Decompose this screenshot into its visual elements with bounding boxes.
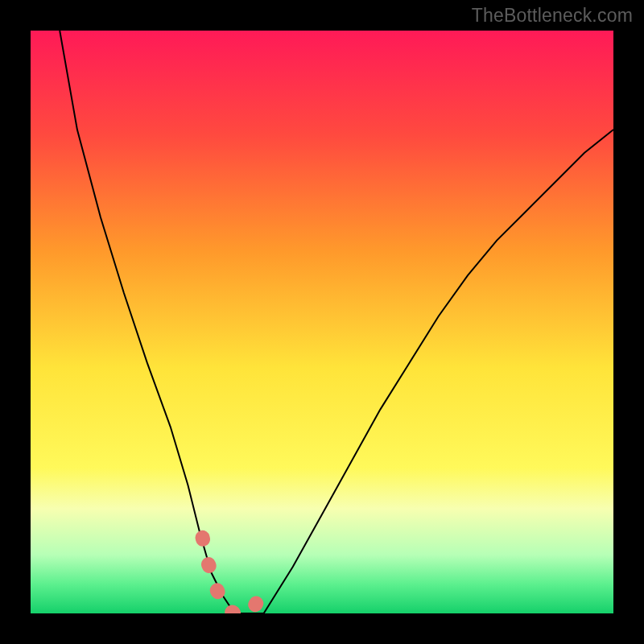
plot-area — [31, 31, 613, 613]
watermark-text: TheBottleneck.com — [472, 5, 633, 27]
chart-frame: TheBottleneck.com — [0, 0, 644, 644]
series-highlight-segment — [203, 538, 264, 613]
plot-svg — [31, 31, 613, 613]
series-curve — [60, 31, 613, 613]
